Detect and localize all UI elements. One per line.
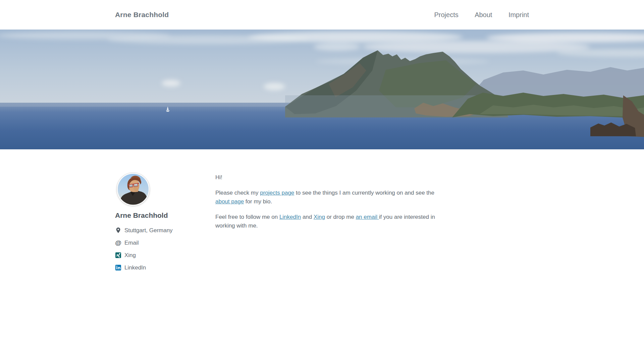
nav-link-imprint[interactable]: Imprint: [508, 11, 529, 18]
hero-image: [0, 30, 644, 149]
nav-link-projects[interactable]: Projects: [434, 11, 458, 18]
contact-label-email: Email: [124, 240, 139, 246]
main-nav: Projects About Imprint: [419, 11, 529, 19]
site-header: Arne Brachhold Projects About Imprint: [0, 0, 644, 30]
paragraph-contact: Feel free to follow me on LinkedIn and X…: [215, 213, 443, 230]
greeting-text: Hi!: [215, 173, 443, 182]
linkedin-icon: [115, 264, 121, 271]
nav-link-about[interactable]: About: [475, 11, 492, 18]
avatar: [117, 173, 150, 206]
paragraph-projects: Please check my projects page to see the…: [215, 189, 443, 206]
text-segment: Please check my: [215, 190, 260, 196]
site-brand-link[interactable]: Arne Brachhold: [115, 11, 169, 19]
about-page-link[interactable]: about page: [215, 198, 244, 205]
profile-section: Arne Brachhold Stuttgart, Germany: [0, 149, 644, 294]
intro-text: Hi! Please check my projects page to see…: [215, 173, 443, 230]
xing-text-link[interactable]: Xing: [314, 214, 325, 220]
profile-sidebar: Arne Brachhold Stuttgart, Germany: [115, 173, 215, 274]
contact-item-location: Stuttgart, Germany: [115, 224, 215, 237]
profile-name: Arne Brachhold: [115, 211, 215, 219]
contact-label-xing: Xing: [124, 252, 136, 259]
email-text-link[interactable]: an email: [356, 214, 379, 220]
email-link[interactable]: @ Email: [115, 240, 139, 246]
contact-item-linkedin: LinkedIn: [115, 261, 215, 274]
location-pin-icon: [115, 227, 121, 234]
at-sign-icon: @: [115, 240, 121, 246]
text-segment: to see the things I am currently working…: [294, 190, 434, 196]
linkedin-profile-link[interactable]: LinkedIn: [115, 264, 146, 271]
projects-page-link[interactable]: projects page: [260, 190, 294, 196]
text-segment: or drop me: [325, 214, 356, 220]
contact-list: Stuttgart, Germany @ Email: [115, 224, 215, 274]
text-segment: Feel free to follow me on: [215, 214, 279, 220]
contact-item-email: @ Email: [115, 237, 215, 249]
xing-profile-link[interactable]: Xing: [115, 252, 136, 259]
contact-item-xing: Xing: [115, 249, 215, 261]
xing-icon: [115, 252, 121, 258]
contact-label-location: Stuttgart, Germany: [124, 227, 173, 234]
text-segment: and: [301, 214, 314, 220]
text-segment: for my bio.: [244, 198, 272, 205]
linkedin-text-link[interactable]: LinkedIn: [279, 214, 301, 220]
contact-label-linkedin: LinkedIn: [124, 264, 146, 271]
